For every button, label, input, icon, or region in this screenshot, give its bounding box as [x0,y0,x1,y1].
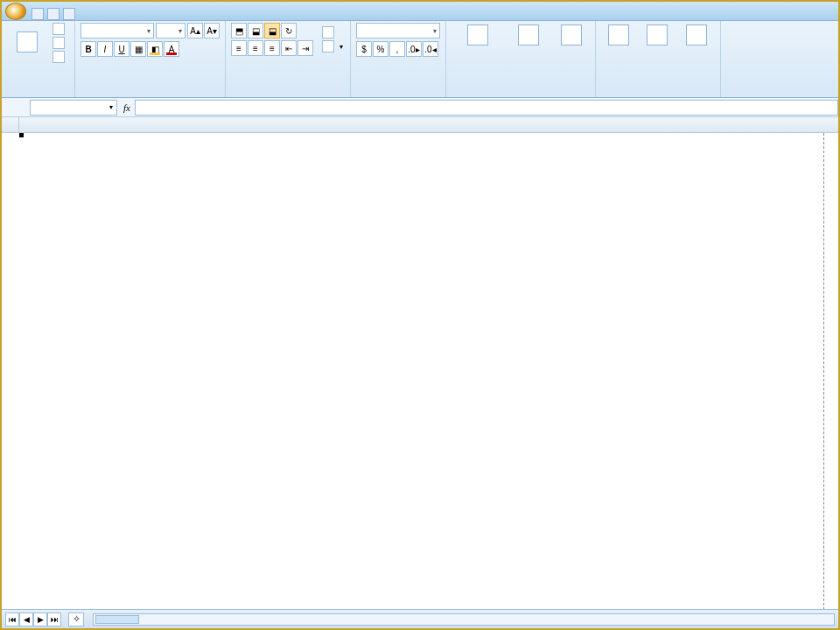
align-top-button[interactable]: ⬒ [231,23,247,38]
border-button[interactable]: ▦ [130,41,146,57]
group-label [601,94,715,97]
sheet-nav-first[interactable]: ⏮ [5,612,19,626]
format-painter-button[interactable] [51,51,69,63]
qat-save-icon[interactable] [32,8,44,20]
ribbon: ▾ ▾ A▴A▾ B I U ▦ ◧ A ⬒ ⬓ ⬓ ↻ [2,21,838,98]
formula-bar: ▾ fx [2,98,838,117]
group-number: ▾ $ % , .0▸ .0◂ [351,21,446,97]
sheet-tab-bar: ⏮ ◀ ▶ ⏭ ✧ [2,609,838,628]
worksheet-grid[interactable] [2,117,838,609]
cond-format-icon [467,24,488,46]
sheet-nav-next[interactable]: ▶ [33,612,47,626]
paste-icon [17,32,38,52]
right-total-row [460,182,483,200]
select-all-corner[interactable] [2,117,19,133]
orientation-button[interactable]: ↻ [281,23,297,38]
horizontal-scrollbar[interactable] [93,613,835,626]
new-sheet-button[interactable]: ✧ [68,612,84,626]
formula-input[interactable] [135,100,838,116]
wrap-text-button[interactable] [320,26,345,38]
group-label [7,94,69,97]
merge-icon [322,40,334,52]
group-label [452,94,590,97]
bold-button[interactable]: B [80,41,96,57]
sheet-title [19,133,822,156]
percent-button[interactable]: % [373,41,388,57]
shrink-font-button[interactable]: A▾ [204,23,220,38]
quick-access-toolbar [32,8,75,20]
align-right-button[interactable]: ≡ [264,40,280,56]
increase-indent-button[interactable]: ⇥ [298,40,313,56]
decrease-indent-button[interactable]: ⇤ [281,40,297,56]
align-bottom-button[interactable]: ⬓ [264,23,280,38]
delete-cells-button[interactable] [640,23,675,49]
format-as-table-button[interactable] [508,23,550,49]
group-font: ▾ ▾ A▴A▾ B I U ▦ ◧ A [75,21,226,97]
insert-cells-button[interactable] [601,23,636,49]
sheet-nav-last[interactable]: ⏭ [47,612,61,626]
underline-button[interactable]: U [114,41,130,57]
group-label [356,94,440,97]
copy-button[interactable] [51,37,69,49]
conditional-formatting-button[interactable] [452,23,504,49]
fx-icon[interactable]: fx [119,102,135,113]
cell-styles-icon [561,24,582,46]
group-label [80,94,220,97]
ribbon-tab-strip [2,2,838,21]
sheet-nav-prev[interactable]: ◀ [19,612,33,626]
qat-undo-icon[interactable] [47,8,60,20]
align-center-button[interactable]: ≡ [248,40,263,56]
merge-center-button[interactable]: ▾ [320,40,345,52]
qat-redo-icon[interactable] [63,8,75,20]
currency-button[interactable]: $ [356,41,372,57]
paste-button[interactable] [7,23,47,63]
format-cells-button[interactable] [678,23,715,49]
delete-icon [647,24,668,46]
format-icon [686,24,707,46]
grow-font-button[interactable]: A▴ [187,23,203,38]
font-color-button[interactable]: A [164,41,179,57]
brush-icon [52,51,65,63]
group-cells [596,21,721,97]
increase-decimal-button[interactable]: .0▸ [406,41,422,57]
table-icon [518,24,539,46]
group-styles [446,21,596,97]
copy-icon [52,37,65,49]
office-button[interactable] [5,3,26,20]
group-label [231,94,345,97]
comma-button[interactable]: , [389,41,405,57]
cut-button[interactable] [51,23,69,35]
font-size-select[interactable]: ▾ [156,23,186,38]
number-format-select[interactable]: ▾ [356,23,440,38]
decrease-decimal-button[interactable]: .0◂ [423,41,438,57]
group-alignment: ⬒ ⬓ ⬓ ↻ ≡ ≡ ≡ ⇤ ⇥ ▾ [226,21,351,97]
group-clipboard [2,21,75,97]
print-edge [823,133,824,609]
cut-icon [52,23,65,35]
italic-button[interactable]: I [97,41,113,57]
cell-styles-button[interactable] [553,23,590,49]
fill-color-button[interactable]: ◧ [147,41,163,57]
insert-icon [608,24,629,46]
align-left-button[interactable]: ≡ [231,40,247,56]
wrap-icon [322,26,334,38]
font-name-select[interactable]: ▾ [80,23,154,38]
left-total-row [21,182,44,200]
name-box[interactable]: ▾ [30,100,117,116]
align-middle-button[interactable]: ⬓ [248,23,263,38]
